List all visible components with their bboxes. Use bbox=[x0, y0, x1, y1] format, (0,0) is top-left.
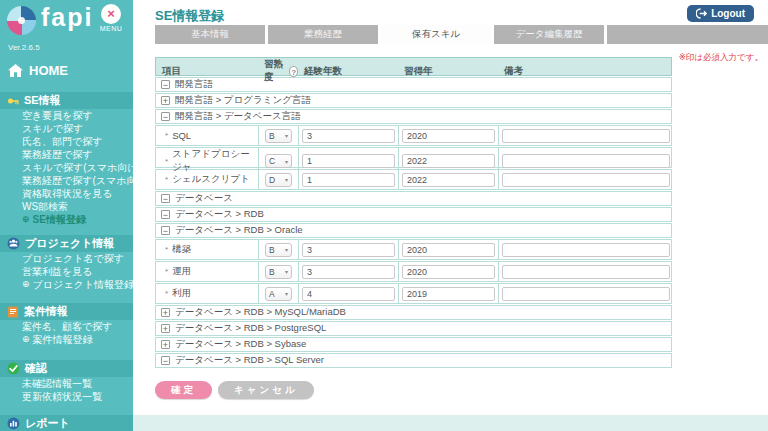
tab-work-history[interactable]: 業務経歴 bbox=[268, 25, 378, 44]
cancel-button[interactable]: キャンセル bbox=[218, 381, 314, 399]
caret-down-icon: ▾ bbox=[285, 290, 288, 297]
table-row-group: + データベース > RDB > MySQL/MariaDB bbox=[155, 305, 672, 320]
sidebar-section-confirm: 確認 bbox=[0, 360, 133, 377]
bar-chart-icon bbox=[7, 417, 20, 430]
required-mark: * bbox=[165, 157, 168, 166]
app-logo-icon bbox=[7, 6, 36, 35]
level-select[interactable]: A▾ bbox=[265, 287, 292, 301]
sidebar-item-search-skill-mobile[interactable]: スキルで探す(スマホ向け) bbox=[0, 161, 133, 174]
note-input[interactable] bbox=[502, 154, 670, 168]
help-icon[interactable]: ? bbox=[289, 66, 298, 77]
caret-down-icon: ▾ bbox=[285, 176, 288, 183]
app-logo-text: fapi bbox=[41, 3, 93, 32]
sidebar-section-report: レポート bbox=[0, 415, 133, 431]
expand-toggle-icon[interactable]: + bbox=[161, 96, 170, 105]
column-header-note: 備考 bbox=[498, 65, 673, 78]
level-select[interactable]: B▾ bbox=[265, 129, 292, 143]
sidebar-item-se-register[interactable]: ⊕ SE情報登録 bbox=[0, 213, 133, 226]
collapse-toggle-icon[interactable]: − bbox=[161, 80, 170, 89]
collapse-toggle-icon[interactable]: − bbox=[161, 112, 170, 121]
home-label: HOME bbox=[29, 63, 68, 78]
sidebar-item-search-history[interactable]: 業務経歴で探す bbox=[0, 148, 133, 161]
form-actions: 確定 キャンセル bbox=[155, 381, 314, 399]
logout-button[interactable]: Logout bbox=[687, 5, 754, 22]
table-row-group: + データベース > RDB > PostgreSQL bbox=[155, 321, 672, 336]
sidebar-section-case-info: 案件情報 bbox=[0, 303, 133, 320]
years-input[interactable] bbox=[302, 265, 395, 279]
app-version: Ver.2.6.5 bbox=[0, 40, 133, 54]
sidebar-item-ws-search[interactable]: WS部検索 bbox=[0, 200, 133, 213]
group-label: データベース > RDB > PostgreSQL bbox=[175, 322, 326, 335]
note-input[interactable] bbox=[502, 287, 670, 301]
group-label: 開発言語 > プログラミング言語 bbox=[175, 94, 311, 107]
sidebar-section-project-info: プロジェクト情報 bbox=[0, 235, 133, 252]
level-select[interactable]: C▾ bbox=[265, 154, 292, 168]
skills-table: 項目 習熟度? 経験年数 習得年 備考 − 開発言語 + 開発言語 > プログラ… bbox=[155, 57, 672, 368]
level-select[interactable]: B▾ bbox=[265, 243, 292, 257]
key-icon bbox=[7, 95, 19, 107]
years-input[interactable] bbox=[302, 129, 395, 143]
table-row-group: − 開発言語 bbox=[155, 77, 672, 92]
section-title: 確認 bbox=[25, 361, 47, 376]
page-title: SE情報登録 bbox=[155, 7, 224, 25]
level-select[interactable]: D▾ bbox=[265, 173, 292, 187]
menu-label: MENU bbox=[93, 25, 129, 32]
acquired-year-input[interactable] bbox=[402, 173, 495, 187]
sidebar-item-search-name-dept[interactable]: 氏名、部門で探す bbox=[0, 135, 133, 148]
tab-basic-info[interactable]: 基本情報 bbox=[155, 25, 265, 44]
acquired-year-input[interactable] bbox=[402, 243, 495, 257]
tab-skills[interactable]: 保有スキル bbox=[381, 25, 491, 44]
note-input[interactable] bbox=[502, 173, 670, 187]
table-row-skill: *ストアドプロシージャ C▾ bbox=[155, 147, 672, 168]
collapse-toggle-icon[interactable]: − bbox=[161, 210, 170, 219]
table-row-skill: *利用 A▾ bbox=[155, 283, 672, 304]
footer-band bbox=[133, 415, 768, 431]
note-input[interactable] bbox=[502, 129, 670, 143]
sidebar-item-project-register[interactable]: ⊕ プロジェクト情報登録 bbox=[0, 278, 133, 291]
document-icon bbox=[7, 306, 19, 318]
column-header-item: 項目 bbox=[156, 65, 258, 78]
expand-toggle-icon[interactable]: + bbox=[161, 324, 170, 333]
sidebar: fapi × MENU Ver.2.6.5 HOME SE情報 空き要員を探す … bbox=[0, 0, 133, 431]
collapse-toggle-icon[interactable]: − bbox=[161, 226, 170, 235]
level-select[interactable]: B▾ bbox=[265, 265, 292, 279]
group-label: データベース bbox=[175, 192, 233, 205]
sidebar-item-update-request-list[interactable]: 更新依頼状況一覧 bbox=[0, 390, 133, 403]
skill-label: SQL bbox=[172, 130, 191, 141]
menu-close-button[interactable]: × MENU bbox=[93, 4, 129, 32]
collapse-toggle-icon[interactable]: − bbox=[161, 194, 170, 203]
expand-toggle-icon[interactable]: + bbox=[161, 340, 170, 349]
group-label: データベース > RDB bbox=[175, 208, 264, 221]
acquired-year-input[interactable] bbox=[402, 154, 495, 168]
acquired-year-input[interactable] bbox=[402, 287, 495, 301]
years-input[interactable] bbox=[302, 243, 395, 257]
sidebar-item-search-history-mobile[interactable]: 業務経歴で探す(スマホ向け) bbox=[0, 174, 133, 187]
sidebar-item-home[interactable]: HOME bbox=[0, 54, 133, 84]
expand-toggle-icon[interactable]: + bbox=[161, 308, 170, 317]
years-input[interactable] bbox=[302, 287, 395, 301]
sidebar-item-label: SE情報登録 bbox=[33, 214, 86, 225]
skill-label: 運用 bbox=[172, 265, 191, 278]
sidebar-item-unconfirmed-list[interactable]: 未確認情報一覧 bbox=[0, 377, 133, 390]
sidebar-item-case-register[interactable]: ⊕ 案件情報登録 bbox=[0, 333, 133, 346]
table-row-group: + データベース > RDB > Sybase bbox=[155, 337, 672, 352]
column-header-years: 経験年数 bbox=[298, 65, 398, 78]
note-input[interactable] bbox=[502, 243, 670, 257]
acquired-year-input[interactable] bbox=[402, 265, 495, 279]
acquired-year-input[interactable] bbox=[402, 129, 495, 143]
years-input[interactable] bbox=[302, 154, 395, 168]
sidebar-item-search-project[interactable]: プロジェクト名で探す bbox=[0, 252, 133, 265]
sidebar-item-search-case[interactable]: 案件名、顧客で探す bbox=[0, 320, 133, 333]
main-content: SE情報登録 Logout 基本情報 業務経歴 保有スキル データ編集履歴 ※印… bbox=[133, 0, 768, 431]
years-input[interactable] bbox=[302, 173, 395, 187]
collapse-toggle-icon[interactable]: − bbox=[161, 356, 170, 365]
sidebar-item-qualification-status[interactable]: 資格取得状況を見る bbox=[0, 187, 133, 200]
note-input[interactable] bbox=[502, 265, 670, 279]
tab-data-edit-history[interactable]: データ編集履歴 bbox=[494, 25, 604, 44]
caret-down-icon: ▾ bbox=[285, 158, 288, 165]
sidebar-item-search-available[interactable]: 空き要員を探す bbox=[0, 109, 133, 122]
sidebar-item-view-profit[interactable]: 営業利益を見る bbox=[0, 265, 133, 278]
sidebar-item-search-skill[interactable]: スキルで探す bbox=[0, 122, 133, 135]
table-row-group: − データベース > RDB bbox=[155, 207, 672, 222]
confirm-button[interactable]: 確定 bbox=[155, 381, 212, 399]
